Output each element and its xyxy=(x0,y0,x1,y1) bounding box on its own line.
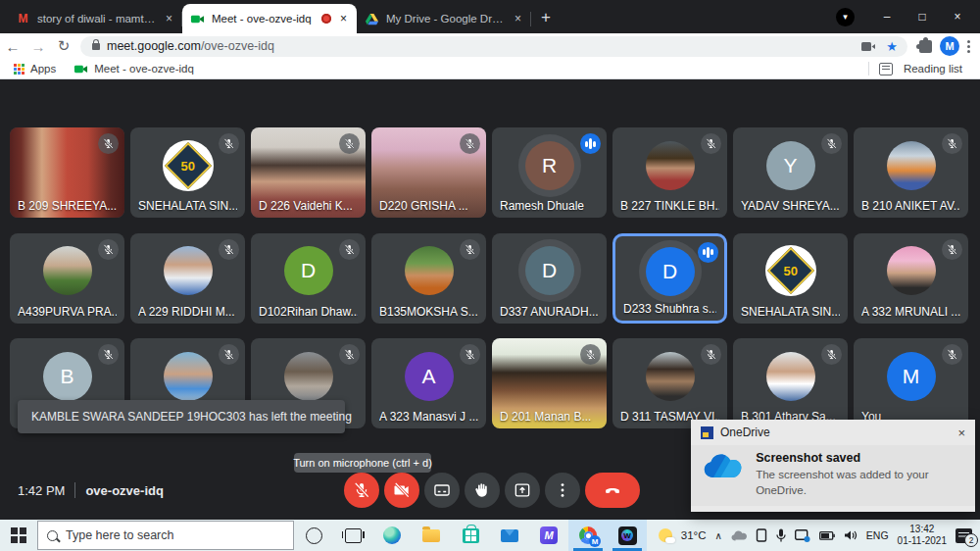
divider xyxy=(74,482,75,498)
close-button[interactable]: × xyxy=(941,3,974,30)
extensions-icon[interactable] xyxy=(919,40,932,53)
present-screen-button[interactable] xyxy=(505,473,540,508)
raise-hand-button[interactable] xyxy=(465,473,500,508)
mic-muted-icon xyxy=(701,133,721,154)
onedrive-tray-icon[interactable] xyxy=(731,530,747,541)
taskbar-store[interactable] xyxy=(451,520,490,551)
camera-toggle-button[interactable] xyxy=(384,473,419,508)
participant-tile[interactable]: YYADAV SHREYA... xyxy=(733,127,848,218)
participant-name: A 332 MRUNALI ... xyxy=(861,305,960,319)
notification-close-icon[interactable]: × xyxy=(957,426,965,440)
weather-icon[interactable] xyxy=(659,528,672,542)
participant-tile[interactable]: RRamesh Dhuale xyxy=(492,127,607,218)
file-explorer-icon xyxy=(422,529,440,542)
participant-tile[interactable]: DD102Rihan Dhaw... xyxy=(251,233,366,324)
participant-photo-avatar xyxy=(284,352,333,401)
your-phone-icon[interactable] xyxy=(756,528,767,542)
bookmark-meet[interactable]: Meet - ove-ozve-idq xyxy=(74,62,194,76)
taskbar-chrome[interactable]: M xyxy=(568,520,608,551)
end-call-button[interactable] xyxy=(585,473,640,508)
snip-cast-icon[interactable] xyxy=(795,529,810,542)
captions-button[interactable] xyxy=(424,473,460,508)
camera-in-use-icon[interactable] xyxy=(861,41,876,52)
browser-tab-2[interactable]: Meet - ove-ozve-idq× xyxy=(182,4,357,33)
participant-tile[interactable]: A 229 RIDDHI M... xyxy=(130,233,245,324)
onedrive-app-icon xyxy=(701,426,713,439)
taskbar-m-app[interactable]: M xyxy=(529,520,568,551)
participant-tile[interactable]: DD337 ANURADH... xyxy=(492,233,607,324)
reading-list-button[interactable]: Reading list xyxy=(879,63,962,75)
participant-tile[interactable]: B135MOKSHA S... xyxy=(371,233,486,324)
browser-tab-1[interactable]: Mstory of diwali - mamthareddy@...× xyxy=(8,4,182,33)
forward-button[interactable]: → xyxy=(25,38,51,55)
participant-tile[interactable]: MYou xyxy=(854,338,968,428)
meeting-code[interactable]: ove-ozve-idq xyxy=(85,483,163,498)
participant-tile[interactable]: A 332 MRUNALI ... xyxy=(854,233,968,324)
speaking-indicator-icon xyxy=(580,133,601,154)
participant-letter-avatar: D xyxy=(525,246,574,295)
participant-tile[interactable]: B 210 ANIKET AV... xyxy=(854,127,968,218)
participant-tile[interactable]: AA 323 Manasvi J ... xyxy=(371,338,486,428)
tab-close-icon[interactable]: × xyxy=(513,12,523,25)
participant-tile[interactable]: A439PURVA PRA... xyxy=(10,233,124,324)
more-options-button[interactable] xyxy=(545,473,580,508)
taskbar-webex[interactable]: W xyxy=(608,520,647,551)
onedrive-app-name: OneDrive xyxy=(720,426,770,439)
taskbar-mail[interactable] xyxy=(490,520,529,551)
microphone-toggle-button[interactable] xyxy=(344,473,379,508)
address-bar[interactable]: meet.google.com/ove-ozve-idq ★ xyxy=(80,36,907,57)
participant-tile[interactable]: D 311 TASMAY VI... xyxy=(612,338,727,428)
start-button[interactable] xyxy=(0,520,37,551)
participant-tile[interactable]: D 226 Vaidehi K... xyxy=(251,127,366,218)
taskbar-file-explorer[interactable] xyxy=(412,520,451,551)
participant-tile[interactable]: B 209 SHREEYA... xyxy=(10,127,124,218)
apps-shortcut[interactable]: Apps xyxy=(30,63,56,75)
participant-name: A 229 RIDDHI M... xyxy=(138,305,237,319)
participant-tile[interactable]: B 301 Atharv Sa... xyxy=(733,338,848,428)
cortana-icon xyxy=(306,527,322,544)
participant-tile[interactable]: 50SNEHALATA SIN... xyxy=(130,127,245,218)
taskbar-task-view[interactable] xyxy=(333,520,372,551)
participant-tile[interactable]: B 227 TINKLE BH... xyxy=(612,127,727,218)
screen: Mstory of diwali - mamthareddy@...×Meet … xyxy=(0,0,980,551)
language-indicator[interactable]: ENG xyxy=(866,529,889,541)
participant-letter-avatar: D xyxy=(646,247,695,296)
participant-tile[interactable]: DD233 Shubhra s... xyxy=(612,233,727,324)
notification-center-icon[interactable]: 2 xyxy=(956,528,972,543)
maximize-button[interactable]: □ xyxy=(906,3,939,30)
onedrive-notification[interactable]: OneDrive × Screenshot saved The screensh… xyxy=(691,420,975,512)
mic-muted-icon xyxy=(339,344,360,365)
mic-muted-icon xyxy=(821,133,842,154)
taskbar-clock[interactable]: 13:42 01-11-2021 xyxy=(898,524,947,548)
taskbar-search[interactable]: Type here to search xyxy=(37,521,294,550)
participant-tile[interactable]: D220 GRISHA ... xyxy=(371,127,486,218)
tab-title: Meet - ove-ozve-idq xyxy=(212,13,315,25)
tab-close-icon[interactable]: × xyxy=(338,12,349,25)
profile-avatar[interactable]: M xyxy=(940,36,959,56)
apps-grid-icon[interactable] xyxy=(14,64,24,75)
participant-tile[interactable]: 50SNEHALATA SIN... xyxy=(733,233,848,324)
participant-name: SNEHALATA SIN... xyxy=(138,199,237,213)
tab-search-button[interactable]: ▾ xyxy=(836,8,855,26)
participant-tile[interactable]: D 201 Manan B... xyxy=(492,338,607,428)
new-tab-button[interactable]: + xyxy=(531,8,563,33)
participant-letter-avatar: D xyxy=(284,246,333,295)
taskbar-edge[interactable] xyxy=(372,520,412,551)
microphone-tray-icon[interactable] xyxy=(776,528,786,542)
reload-button[interactable]: ↻ xyxy=(51,37,76,55)
temperature[interactable]: 31°C xyxy=(681,529,707,541)
bookmark-star-icon[interactable]: ★ xyxy=(886,39,898,54)
browser-tab-3[interactable]: My Drive - Google Drive× xyxy=(357,4,531,33)
meeting-info: 1:42 PM ove-ozve-idq xyxy=(18,482,164,498)
volume-icon[interactable] xyxy=(844,529,858,541)
tab-close-icon[interactable]: × xyxy=(164,12,174,25)
back-button[interactable]: ← xyxy=(0,38,25,55)
mic-muted-icon xyxy=(942,344,962,365)
tray-expand-icon[interactable]: ∧ xyxy=(714,530,721,541)
taskbar-cortana[interactable] xyxy=(294,520,333,551)
battery-icon[interactable] xyxy=(819,531,835,540)
minimize-button[interactable]: – xyxy=(870,3,904,30)
browser-menu-icon[interactable] xyxy=(963,40,980,53)
notification-text: The screenshot was added to your OneDriv… xyxy=(756,468,963,498)
mic-tooltip: Turn on microphone (ctrl + d) xyxy=(294,453,431,473)
